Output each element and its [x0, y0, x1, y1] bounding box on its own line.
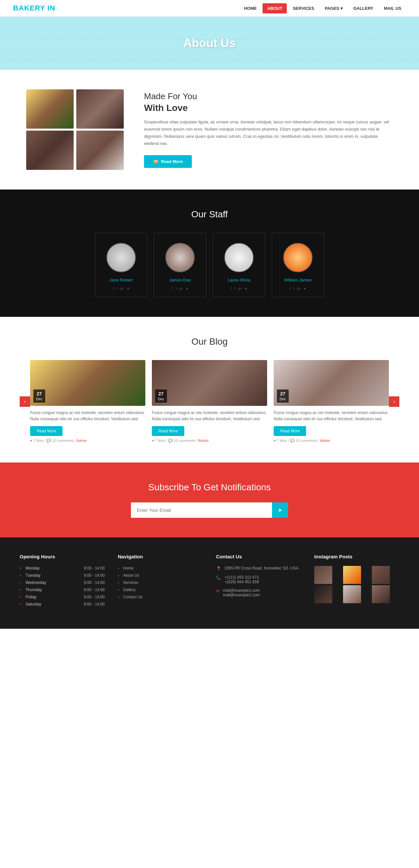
nav-item-home[interactable]: HOME — [239, 6, 261, 11]
staff-pin-3[interactable]: ● — [245, 286, 247, 290]
about-text: Made For You With Love Suspendisse vitae… — [144, 91, 393, 168]
footer: Opening Hours Monday 9:00 - 14:00 Tuesda… — [0, 537, 419, 629]
blog-card-3: 27 Dec Fusce congue magna ac nisi molest… — [274, 360, 389, 443]
footer-hours-list: Monday 9:00 - 14:00 Tuesday 9:00 - 14:00… — [20, 566, 105, 607]
footer-nav-list: Home About Us Services Gallery Contact U… — [118, 566, 203, 599]
staff-pin-4[interactable]: ● — [304, 286, 306, 290]
about-image-1 — [26, 89, 73, 129]
staff-pin-2[interactable]: ● — [186, 286, 188, 290]
hours-wednesday: Wednesday 9:00 - 14:00 — [20, 580, 105, 585]
instagram-grid — [314, 566, 399, 603]
footer-nav-home[interactable]: Home — [118, 566, 203, 570]
read-more-label: Read More — [161, 159, 183, 164]
about-images — [26, 89, 124, 170]
blog-read-more-button-2[interactable]: Read More — [152, 426, 184, 436]
staff-card-4: William James f t g+ ● — [272, 233, 324, 297]
carousel-prev-button[interactable]: ‹ — [20, 396, 30, 407]
staff-name-2: James Doe — [169, 278, 191, 282]
instagram-post-5[interactable] — [343, 585, 361, 603]
subscribe-title: Subscribe To Get Notifications — [13, 482, 406, 493]
hours-monday: Monday 9:00 - 14:00 — [20, 566, 105, 570]
email-icon: ✉ — [216, 588, 220, 593]
hours-saturday: Saturday 9:00 - 14:00 — [20, 602, 105, 607]
staff-avatar-3 — [224, 243, 254, 272]
subscribe-submit-button[interactable]: ➤ — [272, 502, 288, 518]
instagram-post-4[interactable] — [314, 585, 332, 603]
blog-meta-2: ♥ 7 likes / 💬 15 comments / Admin — [152, 439, 267, 443]
staff-card-1: Jane Robert f t g+ ● — [95, 233, 147, 297]
footer-nav-about[interactable]: About Us — [118, 573, 203, 578]
staff-name-3: Laura Olivia — [228, 278, 250, 282]
footer-contact-title: Contact Us — [216, 554, 301, 559]
footer-instagram-column: Instagram Posts — [314, 554, 399, 609]
blog-image-1: 27 Dec — [30, 360, 145, 406]
nav-item-mail[interactable]: MAIL US — [379, 6, 406, 11]
footer-hours-title: Opening Hours — [20, 554, 105, 559]
footer-nav-contact[interactable]: Contact Us — [118, 595, 203, 599]
staff-twitter-4[interactable]: t — [293, 286, 294, 290]
send-icon: ➤ — [278, 507, 282, 513]
subscribe-email-input[interactable] — [131, 502, 272, 518]
about-body: Suspendisse vitae vulputate ligula, ac o… — [144, 119, 393, 147]
blog-text-1: Fusce congue magna ac nisi molestie, nec… — [30, 410, 145, 422]
staff-avatar-1 — [107, 243, 136, 272]
brand-logo[interactable]: BAKERY IN — [13, 4, 55, 12]
blog-read-more-button-1[interactable]: Read More — [30, 426, 62, 436]
staff-twitter-2[interactable]: t — [176, 286, 176, 290]
blog-date-2: 27 Dec — [155, 390, 167, 403]
footer-email: ✉ mail@example1.com mail@example2.com — [216, 588, 301, 597]
footer-phone: 📞 +(112) 455 312 671 +(029) 664 951 859 — [216, 575, 301, 584]
staff-name-4: William James — [284, 278, 311, 282]
staff-section: Our Staff Jane Robert f t g+ ● James Doe… — [0, 189, 419, 317]
blog-section: Our Blog ‹ 27 Dec Fusce congue magna ac … — [0, 317, 419, 463]
nav-item-gallery[interactable]: GALLERY — [349, 6, 378, 11]
hero-title: About Us — [0, 36, 419, 50]
staff-facebook-4[interactable]: f — [290, 286, 291, 290]
staff-google-1[interactable]: g+ — [120, 286, 124, 290]
about-title: With Love — [144, 103, 393, 113]
carousel-next-button[interactable]: › — [389, 396, 399, 407]
about-image-2 — [76, 89, 124, 129]
hero-banner: About Us — [0, 17, 419, 70]
hours-friday: Friday 9:00 - 14:00 — [20, 595, 105, 599]
staff-facebook-1[interactable]: f — [113, 286, 114, 290]
location-icon: 📍 — [216, 566, 221, 571]
about-subtitle: Made For You — [144, 91, 393, 101]
nav-item-about[interactable]: ABOUT — [263, 6, 287, 11]
staff-google-4[interactable]: g+ — [297, 286, 301, 290]
staff-avatar-2 — [165, 243, 195, 272]
about-read-more-button[interactable]: 🍰 Read More — [144, 155, 192, 168]
staff-pin-1[interactable]: ● — [127, 286, 129, 290]
staff-social-4: f t g+ ● — [290, 286, 306, 290]
instagram-post-1[interactable] — [314, 566, 332, 584]
footer-hours-column: Opening Hours Monday 9:00 - 14:00 Tuesda… — [20, 554, 105, 609]
hours-thursday: Thursday 9:00 - 14:00 — [20, 588, 105, 592]
about-image-3 — [26, 131, 73, 170]
staff-google-2[interactable]: g+ — [179, 286, 183, 290]
blog-date-3: 27 Dec — [277, 390, 289, 403]
blog-meta-3: ♥ 7 likes / 💬 15 comments / Admin — [274, 439, 389, 443]
blog-read-more-button-3[interactable]: Read More — [274, 426, 306, 436]
staff-card-2: James Doe f t g+ ● — [154, 233, 206, 297]
blog-carousel: ‹ 27 Dec Fusce congue magna ac nisi mole… — [20, 360, 399, 443]
instagram-post-6[interactable] — [372, 585, 390, 603]
instagram-post-2[interactable] — [343, 566, 361, 584]
footer-nav-column: Navigation Home About Us Services Galler… — [118, 554, 203, 609]
footer-nav-services[interactable]: Services — [118, 580, 203, 585]
staff-twitter-1[interactable]: t — [117, 286, 118, 290]
blog-card-1: 27 Dec Fusce congue magna ac nisi molest… — [30, 360, 145, 443]
footer-contact-column: Contact Us 📍 2055 PR Cross Road. Kennebe… — [216, 554, 301, 609]
blog-card-2: 27 Dec Fusce congue magna ac nisi molest… — [152, 360, 267, 443]
staff-facebook-3[interactable]: f — [231, 286, 232, 290]
footer-nav-gallery[interactable]: Gallery — [118, 588, 203, 592]
hours-tuesday: Tuesday 9:00 - 14:00 — [20, 573, 105, 578]
blog-image-2: 27 Dec — [152, 360, 267, 406]
about-section: Made For You With Love Suspendisse vitae… — [0, 70, 419, 189]
nav-item-pages[interactable]: PAGES ▾ — [320, 6, 347, 11]
nav-menu: HOME ABOUT SERVICES PAGES ▾ GALLERY MAIL… — [239, 6, 406, 11]
staff-twitter-3[interactable]: t — [234, 286, 235, 290]
staff-facebook-2[interactable]: f — [172, 286, 173, 290]
instagram-post-3[interactable] — [372, 566, 390, 584]
staff-google-3[interactable]: g+ — [238, 286, 242, 290]
nav-item-services[interactable]: SERVICES — [288, 6, 319, 11]
